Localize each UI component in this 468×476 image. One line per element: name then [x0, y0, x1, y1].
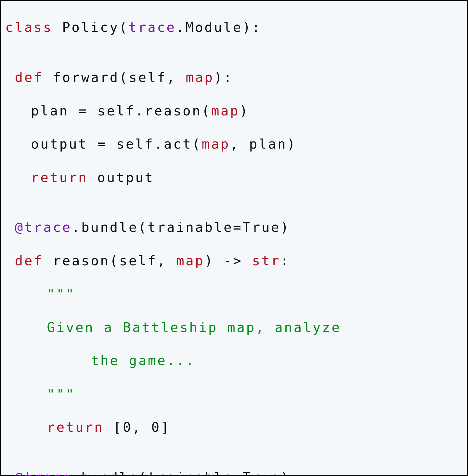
arg-map: map [186, 70, 214, 85]
arg-map: map [176, 253, 205, 269]
return-list: [0, 0] [104, 419, 170, 435]
keyword-def: def [15, 253, 44, 269]
code-line-4: plan = self.reason(map) [5, 103, 463, 119]
module-trace: trace [129, 20, 176, 35]
fn-forward: forward(self, [43, 70, 186, 85]
code-block: class Policy(trace.Module): def forward(… [0, 0, 468, 476]
docstring-line: Given a Battleship map, analyze [5, 319, 463, 336]
code-line-8: @trace.bundle(trainable=True) [5, 219, 463, 236]
class-name: Policy( [53, 20, 129, 35]
docstring-close: """ [5, 386, 463, 403]
code-line-6: return output [5, 169, 463, 186]
fn-tail: : [280, 253, 290, 269]
code-line-16: @trace.bundle(trainable=True) [5, 469, 463, 476]
output-assign-c: , plan) [230, 136, 296, 152]
decorator-rest: .bundle(trainable=True) [72, 469, 290, 476]
decorator-at: @ [15, 469, 24, 476]
output-assign-a: output = self.act( [31, 136, 202, 152]
keyword-def: def [15, 70, 44, 85]
keyword-return: return [31, 170, 88, 185]
decorator-rest: .bundle(trainable=True) [72, 219, 290, 235]
plan-assign-a: plan = self.reason( [31, 103, 211, 119]
arrow: ) -> [205, 253, 252, 269]
keyword-class: class [5, 20, 53, 35]
keyword-return: return [47, 419, 104, 435]
return-val: output [88, 170, 154, 185]
code-line-3: def forward(self, map): [5, 69, 463, 86]
docstring-line-wrap: the game... [5, 352, 463, 369]
arg-map: map [211, 103, 240, 119]
ret-str: str [252, 253, 281, 269]
code-line-9: def reason(self, map) -> str: [5, 253, 463, 269]
fn-reason: reason(self, [43, 253, 176, 269]
code-line-1: class Policy(trace.Module): [5, 19, 463, 36]
module-trace: trace [24, 219, 72, 235]
module-trace: trace [24, 469, 72, 476]
code-line-14: return [0, 0] [5, 419, 463, 436]
class-tail: .Module): [176, 20, 262, 35]
code-line-5: output = self.act(map, plan) [5, 136, 463, 152]
decorator-at: @ [15, 219, 24, 235]
fn-tail: ): [214, 70, 233, 85]
arg-map: map [202, 136, 230, 152]
plan-assign-c: ) [240, 103, 249, 119]
docstring-open: """ [5, 286, 463, 302]
